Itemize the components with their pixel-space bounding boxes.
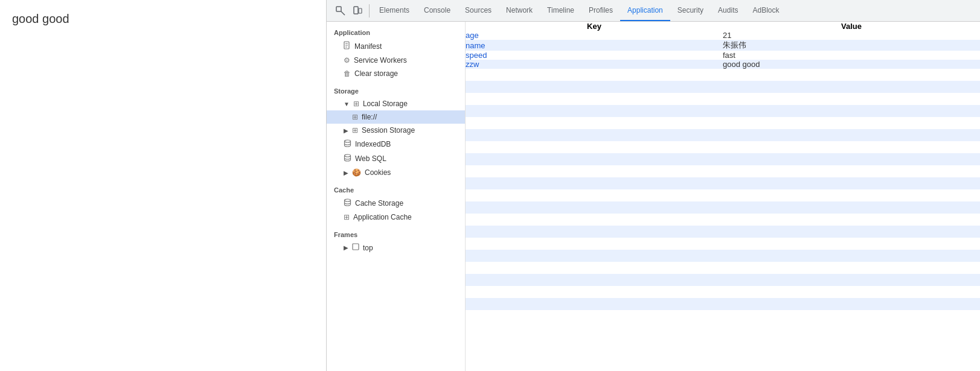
application-cache-label: Application Cache — [353, 213, 412, 221]
tab-security[interactable]: Security — [670, 0, 711, 21]
table-cell-value: good good — [723, 60, 980, 69]
empty-cell — [466, 226, 723, 238]
sidebar-item-cache-storage[interactable]: Cache Storage — [327, 196, 465, 211]
table-wrapper[interactable]: Key Value age21name朱振伟speedfastzzwgood g… — [466, 22, 980, 371]
svg-point-9 — [345, 154, 351, 157]
empty-cell — [723, 141, 980, 153]
sidebar-item-session-storage[interactable]: ▶ ⊞ Session Storage — [327, 124, 465, 137]
table-empty-row — [466, 214, 980, 226]
chevron-down-icon: ▼ — [344, 101, 350, 107]
grid-small-icon: ⊞ — [352, 113, 358, 121]
grid-icon: ⊞ — [353, 100, 359, 108]
service-workers-label: Service Workers — [354, 56, 407, 65]
table-row[interactable]: name朱振伟 — [466, 40, 980, 51]
empty-cell — [723, 274, 980, 286]
table-cell-key: speed — [466, 51, 723, 60]
chevron-right-icon-3: ▶ — [344, 244, 348, 251]
cache-storage-label: Cache Storage — [355, 199, 403, 208]
empty-cell — [723, 177, 980, 189]
table-row[interactable]: speedfast — [466, 51, 980, 60]
grid-icon-3: ⊞ — [344, 213, 350, 221]
empty-cell — [723, 250, 980, 262]
empty-cell — [466, 201, 723, 214]
empty-cell — [723, 105, 980, 117]
table-empty-row — [466, 129, 980, 141]
empty-cell — [466, 129, 723, 141]
table-empty-row — [466, 69, 980, 81]
sidebar-item-service-workers[interactable]: ⚙ Service Workers — [327, 54, 465, 67]
svg-rect-11 — [353, 244, 359, 250]
sidebar-item-indexeddb[interactable]: IndexedDB — [327, 137, 465, 151]
sidebar-item-top[interactable]: ▶ top — [327, 241, 465, 255]
table-empty-row — [466, 105, 980, 117]
tab-console[interactable]: Console — [417, 0, 458, 21]
empty-cell — [723, 226, 980, 238]
empty-cell — [723, 129, 980, 141]
empty-cell — [723, 201, 980, 214]
tab-audits[interactable]: Audits — [711, 0, 745, 21]
indexeddb-label: IndexedDB — [355, 140, 391, 148]
sidebar-item-clear-storage[interactable]: 🗑 Clear storage — [327, 67, 465, 80]
svg-rect-0 — [336, 7, 341, 11]
empty-cell — [723, 93, 980, 105]
table-empty-row — [466, 274, 980, 286]
tab-adblock[interactable]: AdBlock — [745, 0, 786, 21]
sidebar-item-cookies[interactable]: ▶ 🍪 Cookies — [327, 166, 465, 179]
table-row[interactable]: age21 — [466, 31, 980, 40]
empty-cell — [466, 189, 723, 201]
empty-cell — [723, 153, 980, 165]
table-empty-row — [466, 226, 980, 238]
empty-cell — [466, 177, 723, 189]
empty-cell — [466, 141, 723, 153]
empty-cell — [723, 262, 980, 274]
devtools-tabs: Elements Console Sources Network Timelin… — [372, 0, 787, 21]
webpage-text: good good — [12, 12, 69, 25]
tab-elements[interactable]: Elements — [372, 0, 417, 21]
table-empty-row — [466, 298, 980, 310]
chevron-right-icon-2: ▶ — [344, 170, 348, 176]
empty-cell — [723, 165, 980, 177]
sidebar-item-application-cache[interactable]: ⊞ Application Cache — [327, 211, 465, 224]
sidebar-item-local-storage[interactable]: ▼ ⊞ Local Storage — [327, 97, 465, 110]
manifest-label: Manifest — [354, 42, 382, 51]
main-content: Key Value age21name朱振伟speedfastzzwgood g… — [466, 22, 980, 371]
cookies-label: Cookies — [365, 168, 391, 177]
table-empty-row — [466, 165, 980, 177]
gear-icon: ⚙ — [344, 56, 350, 65]
empty-cell — [723, 189, 980, 201]
tab-network[interactable]: Network — [499, 0, 540, 21]
table-cell-key: age — [466, 31, 723, 40]
empty-cell — [466, 274, 723, 286]
sidebar-item-file[interactable]: ⊞ file:// — [327, 110, 465, 124]
table-row[interactable]: zzwgood good — [466, 60, 980, 69]
empty-cell — [466, 93, 723, 105]
sidebar-section-application: Application — [327, 22, 465, 39]
sidebar: Application Manifest ⚙ Service Work — [327, 22, 466, 371]
table-empty-row — [466, 201, 980, 214]
data-table: Key Value age21name朱振伟speedfastzzwgood g… — [466, 22, 980, 310]
device-icon[interactable] — [351, 4, 364, 17]
inspect-icon[interactable] — [334, 4, 347, 17]
sidebar-item-web-sql[interactable]: Web SQL — [327, 151, 465, 166]
empty-cell — [723, 238, 980, 250]
tab-application[interactable]: Application — [620, 0, 670, 21]
devtools-toolbar: Elements Console Sources Network Timelin… — [327, 0, 980, 22]
web-sql-label: Web SQL — [355, 154, 386, 163]
tab-profiles[interactable]: Profiles — [581, 0, 620, 21]
cookie-icon: 🍪 — [352, 168, 361, 177]
empty-cell — [466, 69, 723, 81]
table-empty-row — [466, 286, 980, 298]
empty-cell — [466, 250, 723, 262]
file-label: file:// — [362, 113, 377, 121]
table-cell-value: 朱振伟 — [723, 40, 980, 51]
tab-sources[interactable]: Sources — [458, 0, 499, 21]
svg-point-10 — [345, 199, 351, 201]
tab-timeline[interactable]: Timeline — [540, 0, 581, 21]
local-storage-label: Local Storage — [363, 100, 408, 108]
table-cell-value: fast — [723, 51, 980, 60]
table-empty-row — [466, 117, 980, 129]
db-icon — [344, 139, 351, 149]
clear-storage-label: Clear storage — [354, 69, 398, 78]
col-header-value: Value — [723, 22, 980, 31]
sidebar-item-manifest[interactable]: Manifest — [327, 39, 465, 54]
